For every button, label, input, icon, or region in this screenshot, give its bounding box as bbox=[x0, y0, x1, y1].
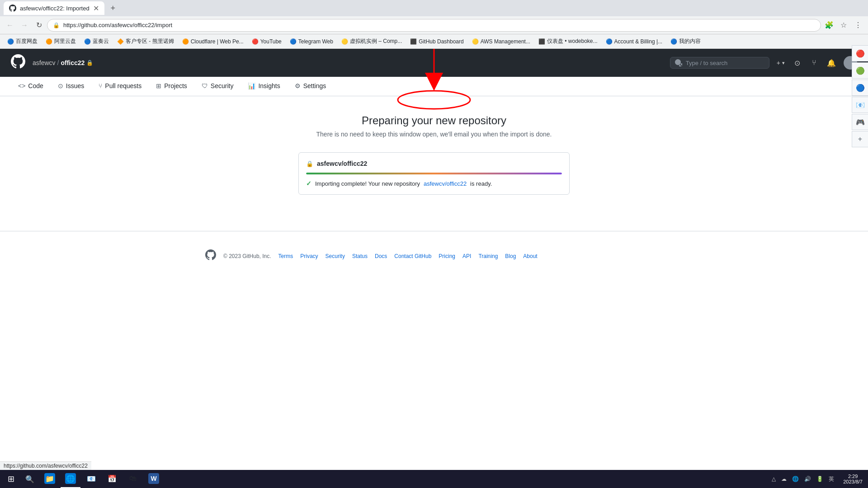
extensions-button[interactable]: 🧩 bbox=[823, 19, 835, 32]
nav-settings[interactable]: ⚙ Settings bbox=[288, 77, 334, 96]
sidebar-icon-3[interactable]: 🔵 bbox=[852, 80, 868, 96]
start-button[interactable]: ⊞ bbox=[2, 470, 20, 488]
taskbar-app-explorer[interactable]: 📁 bbox=[40, 470, 60, 488]
tab-close-button[interactable]: ✕ bbox=[93, 4, 99, 13]
bookmark-icon: 🔵 bbox=[290, 38, 297, 45]
github-logo[interactable] bbox=[11, 54, 25, 72]
footer-about[interactable]: About bbox=[523, 253, 537, 259]
address-bar[interactable]: 🔒 https://github.com/asfewcv/officc22/im… bbox=[47, 19, 821, 32]
bookmark-label: Telegram Web bbox=[298, 38, 333, 45]
code-icon: <> bbox=[18, 82, 25, 89]
footer-terms[interactable]: Terms bbox=[278, 253, 293, 259]
taskbar-app-store[interactable]: 🛍 bbox=[123, 470, 143, 488]
bookmark-youtube[interactable]: 🔴 YouTube bbox=[248, 38, 285, 46]
sidebar-icon-4[interactable]: 📧 bbox=[852, 97, 868, 113]
repo-name: asfewcv/officc22 bbox=[317, 160, 367, 167]
bookmark-telegram[interactable]: 🔵 Telegram Web bbox=[286, 38, 337, 46]
footer-privacy[interactable]: Privacy bbox=[300, 253, 318, 259]
forward-button[interactable]: → bbox=[18, 19, 31, 32]
tab-favicon bbox=[9, 5, 16, 12]
nav-pull-requests[interactable]: ⑂ Pull requests bbox=[91, 77, 149, 96]
bookmark-wodeboke[interactable]: ⬛ 仪表盘 • wodeboke... bbox=[535, 37, 601, 46]
repo-lock-icon: 🔒 bbox=[86, 60, 93, 66]
issues-icon[interactable]: ⊙ bbox=[792, 58, 802, 68]
reload-button[interactable]: ↻ bbox=[33, 19, 45, 32]
footer-status[interactable]: Status bbox=[352, 253, 368, 259]
footer-contact[interactable]: Contact GitHub bbox=[394, 253, 431, 259]
check-icon: ✓ bbox=[306, 180, 311, 187]
outlook-icon: 📅 bbox=[107, 473, 118, 484]
tray-battery[interactable]: 🔋 bbox=[815, 475, 825, 483]
breadcrumb-separator: / bbox=[57, 59, 59, 66]
new-tab-button[interactable]: + bbox=[106, 1, 120, 15]
sidebar-icon-2[interactable]: 🟢 bbox=[852, 62, 868, 79]
bookmark-aliyun[interactable]: 🟠 阿里云盘 bbox=[42, 37, 80, 46]
sidebar-icon-5[interactable]: 🎮 bbox=[852, 114, 868, 130]
taskbar-app-word[interactable]: W bbox=[144, 470, 164, 488]
footer-links: Terms Privacy Security Status Docs Conta… bbox=[278, 253, 538, 259]
footer-copyright: © 2023 GitHub, Inc. bbox=[223, 253, 271, 259]
back-button[interactable]: ← bbox=[4, 19, 16, 32]
footer-training[interactable]: Training bbox=[478, 253, 498, 259]
bookmark-github-dash[interactable]: ⬛ GitHub Dashboard bbox=[406, 38, 467, 46]
breadcrumb: asfewcv / officc22 🔒 bbox=[33, 59, 93, 66]
create-new-button[interactable]: + ▾ bbox=[777, 59, 785, 66]
sidebar-icon-add[interactable]: + bbox=[852, 131, 868, 147]
breadcrumb-user[interactable]: asfewcv bbox=[33, 59, 56, 66]
bookmark-account[interactable]: 🔵 Account & Billing |... bbox=[602, 38, 666, 46]
active-tab[interactable]: asfewcv/officc22: Imported ✕ bbox=[4, 1, 104, 15]
bookmark-icon: 🔵 bbox=[606, 38, 613, 45]
bookmark-label: AWS Management... bbox=[481, 38, 530, 45]
taskbar-clock[interactable]: 2:29 2023/8/7 bbox=[840, 473, 866, 485]
footer-docs[interactable]: Docs bbox=[375, 253, 387, 259]
bookmark-baidu[interactable]: 🔵 百度网盘 bbox=[4, 37, 41, 46]
pull-requests-icon[interactable]: ⑂ bbox=[809, 58, 819, 68]
bookmark-icon: ⬛ bbox=[538, 38, 545, 45]
taskbar-search[interactable]: 🔍 bbox=[20, 470, 40, 488]
bookmark-lanzou[interactable]: 🔵 蓝奏云 bbox=[80, 37, 113, 46]
sidebar-icon-1[interactable]: 🔴 bbox=[852, 49, 868, 61]
footer-pricing[interactable]: Pricing bbox=[439, 253, 455, 259]
tray-cloud[interactable]: ☁ bbox=[779, 475, 788, 483]
bookmark-aws[interactable]: 🟡 AWS Management... bbox=[468, 38, 534, 46]
nav-insights[interactable]: 📊 Insights bbox=[241, 77, 287, 96]
bookmark-label: 我的内容 bbox=[679, 38, 701, 45]
footer-blog[interactable]: Blog bbox=[505, 253, 516, 259]
explorer-icon: 📁 bbox=[44, 473, 55, 484]
search-box[interactable]: Type / to search bbox=[670, 57, 769, 69]
breadcrumb-repo[interactable]: officc22 bbox=[61, 59, 85, 66]
nav-issues[interactable]: ⊙ Issues bbox=[51, 77, 91, 96]
favorites-button[interactable]: ☆ bbox=[837, 19, 850, 32]
repo-status-header: 🔒 asfewcv/officc22 bbox=[306, 160, 562, 167]
bookmark-content[interactable]: 🔵 我的内容 bbox=[667, 37, 704, 46]
notifications-icon[interactable]: 🔔 bbox=[826, 58, 836, 68]
tray-volume[interactable]: 🔊 bbox=[802, 475, 813, 483]
tray-network[interactable]: 🌐 bbox=[790, 475, 801, 483]
footer-api[interactable]: API bbox=[462, 253, 471, 259]
edge-icon: 🌐 bbox=[65, 473, 76, 484]
bookmark-icon: 🔵 bbox=[84, 38, 91, 45]
taskbar-app-edge[interactable]: 🌐 bbox=[61, 470, 80, 488]
system-tray: △ ☁ 🌐 🔊 🔋 英 bbox=[766, 474, 840, 484]
bookmark-label: 阿里云盘 bbox=[54, 38, 76, 45]
repo-nav: <> Code ⊙ Issues ⑂ Pull requests ⊞ Proje… bbox=[0, 77, 868, 96]
nav-projects[interactable]: ⊞ Projects bbox=[149, 77, 194, 96]
nav-security[interactable]: 🛡 Security bbox=[194, 77, 241, 96]
taskbar-app-outlook[interactable]: 📅 bbox=[102, 470, 122, 488]
footer-security[interactable]: Security bbox=[326, 253, 345, 259]
bookmark-icon: 🔶 bbox=[117, 38, 124, 45]
word-icon: W bbox=[148, 473, 159, 484]
status-suffix: is ready. bbox=[470, 180, 492, 187]
bookmark-vm[interactable]: 🟡 虚拟机实例 – Comp... bbox=[338, 37, 406, 46]
settings-icon: ⚙ bbox=[295, 82, 301, 89]
browser-menu-button[interactable]: ⋮ bbox=[852, 19, 864, 32]
bookmark-icon: 🔵 bbox=[7, 38, 14, 45]
bookmark-khuzhuan[interactable]: 🔶 客户专区 - 熊里诺姆 bbox=[113, 37, 178, 46]
footer-logo bbox=[205, 249, 216, 263]
taskbar-app-mail[interactable]: 📧 bbox=[81, 470, 101, 488]
bookmark-cloudflare[interactable]: 🟠 Cloudflare | Web Pe... bbox=[179, 38, 247, 46]
nav-actions: 🧩 ☆ ⋮ bbox=[823, 19, 864, 32]
repo-link[interactable]: asfewcv/officc22 bbox=[424, 180, 467, 187]
import-card: Preparing your new repository There is n… bbox=[253, 114, 615, 195]
nav-code[interactable]: <> Code bbox=[11, 77, 51, 96]
